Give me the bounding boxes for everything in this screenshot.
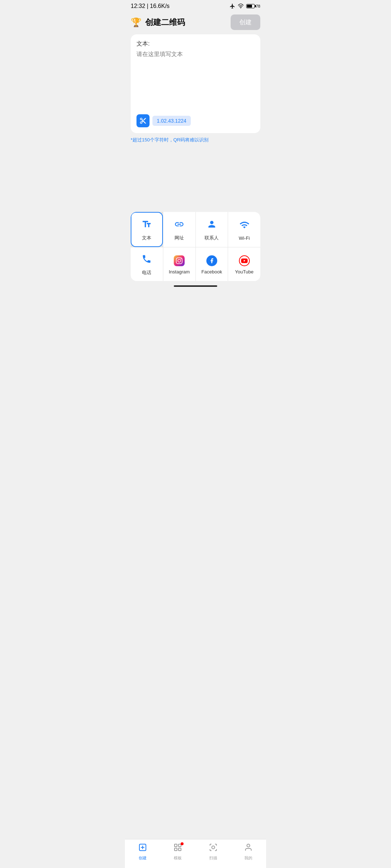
tag-row: 1.02.43.1224 <box>136 114 255 127</box>
status-separator: | <box>147 3 150 9</box>
text-label: 文本: <box>136 40 255 48</box>
phone-icon <box>142 254 152 267</box>
warning-text: *超过150个字符时，QR码将难以识别 <box>131 137 260 143</box>
grid-item-facebook-label: Facebook <box>201 269 222 275</box>
status-speed: 16.6K/s <box>150 3 169 9</box>
youtube-icon <box>239 255 250 266</box>
grid-item-contact[interactable]: 联系人 <box>196 212 228 247</box>
text-input[interactable] <box>136 51 255 109</box>
battery-icon: 78 <box>246 4 260 8</box>
text-input-card: 文本: 1.02.43.1224 <box>131 34 260 133</box>
create-button[interactable]: 创建 <box>231 14 260 30</box>
scissors-icon <box>136 114 150 127</box>
grid-item-instagram-label: Instagram <box>169 269 190 275</box>
wifi-icon <box>239 220 249 233</box>
status-bar: 12:32 | 16.6K/s 78 <box>125 0 266 11</box>
page-title: 创建二维码 <box>145 17 185 28</box>
link-icon <box>174 219 184 232</box>
airplane-icon <box>230 3 235 9</box>
status-time-speed: 12:32 | 16.6K/s <box>131 3 169 9</box>
grid-item-facebook[interactable]: Facebook <box>196 247 228 281</box>
grid-item-youtube-label: YouTube <box>235 269 253 275</box>
grid-item-youtube[interactable]: YouTube <box>228 247 260 281</box>
grid-item-wifi[interactable]: Wi-Fi <box>228 212 260 247</box>
grid-item-wifi-label: Wi-Fi <box>239 235 249 241</box>
contact-icon <box>207 219 217 232</box>
grid-item-phone-label: 电话 <box>142 269 151 276</box>
grid-item-text-label: 文本 <box>142 235 151 241</box>
home-indicator <box>174 285 217 287</box>
battery-level: 78 <box>256 4 260 8</box>
grid-item-phone[interactable]: 电话 <box>131 247 163 281</box>
grid-item-url-label: 网址 <box>175 235 184 241</box>
header-crown-icon: 🏆 <box>131 17 142 27</box>
version-tag: 1.02.43.1224 <box>152 116 191 126</box>
grid-item-url[interactable]: 网址 <box>163 212 196 247</box>
wifi-status-icon <box>237 3 244 9</box>
grid-item-instagram[interactable]: Instagram <box>163 247 196 281</box>
status-time: 12:32 <box>131 3 145 9</box>
grid-item-contact-label: 联系人 <box>205 235 219 241</box>
instagram-icon <box>174 255 185 266</box>
svg-point-0 <box>240 8 241 8</box>
grid-item-text[interactable]: 文本 <box>131 212 163 247</box>
text-type-icon <box>142 219 152 232</box>
app-header: 🏆 创建二维码 创建 <box>125 11 266 34</box>
facebook-icon <box>206 255 217 266</box>
status-icons: 78 <box>230 3 260 9</box>
qr-type-grid: 文本 网址 联系人 <box>125 212 266 290</box>
